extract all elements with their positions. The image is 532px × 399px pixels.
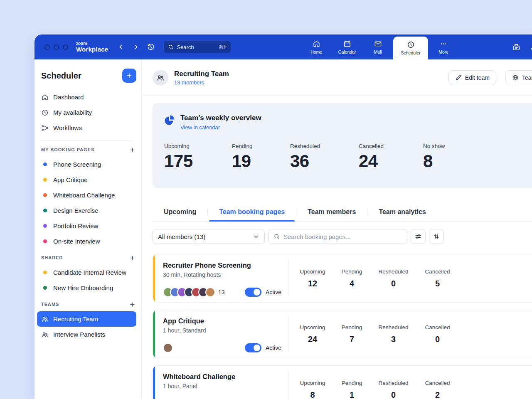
nav-more-label: More — [438, 49, 448, 54]
members-dropdown[interactable]: All members (13) — [153, 229, 265, 244]
nav-mail[interactable]: Mail — [362, 34, 393, 59]
divider — [41, 140, 132, 141]
forward-button[interactable] — [131, 42, 140, 52]
sidebar-item-my-availability[interactable]: My availability — [37, 105, 136, 120]
sidebar-item-portfolio-review[interactable]: Portfolio Review — [37, 218, 136, 234]
sidebar-item-label: App Critique — [53, 176, 88, 183]
card-stat-pending: Pending 4 — [332, 268, 371, 288]
stat-label: Upcoming — [293, 380, 332, 386]
nav-more[interactable]: More — [428, 34, 459, 59]
sidebar-item-label: New Hire Onboarding — [53, 284, 113, 291]
members-link[interactable]: 13 members — [174, 79, 229, 86]
content-tabs: Upcoming Team booking pages Team members… — [153, 203, 532, 222]
filter-button[interactable] — [411, 229, 426, 244]
view-in-calendar-link[interactable]: View in calendar — [180, 124, 261, 131]
sidebar-item-new-hire-onboarding[interactable]: New Hire Onboarding — [37, 280, 136, 296]
stat-pending: Pending 19 — [232, 143, 290, 171]
nav-scheduler[interactable]: Scheduler — [393, 37, 428, 59]
search-icon — [273, 233, 280, 240]
stat-value: 175 — [164, 151, 232, 171]
card-subtitle: 30 min, Rotating hosts — [163, 271, 281, 278]
window-control-minimize[interactable] — [54, 44, 59, 50]
stat-upcoming: Upcoming 175 — [164, 143, 232, 171]
pencil-icon — [455, 74, 462, 81]
stat-resheduled: Resheduled 36 — [290, 143, 359, 171]
card-stat-pending: Pending 7 — [332, 324, 371, 344]
add-team-button[interactable] — [128, 300, 136, 308]
history-button[interactable] — [146, 42, 155, 52]
ellipsis-icon — [440, 40, 448, 48]
stat-label: Resheduled — [290, 143, 359, 149]
card-stat-upcoming: Upcoming 24 — [293, 324, 332, 344]
add-shared-button[interactable] — [128, 254, 136, 262]
sidebar-item-workflows[interactable]: Workflows — [37, 120, 136, 135]
sidebar-item-label: On-site Interview — [53, 238, 100, 245]
members-dropdown-value: All members (13) — [158, 233, 205, 240]
sidebar-item-interview-panelists[interactable]: Interview Panelists — [37, 327, 136, 342]
stat-label: Pending — [232, 143, 290, 149]
window-controls — [44, 44, 68, 50]
card-stats: Upcoming 8 Pending 1 Resheduled 0 — [288, 366, 459, 399]
add-booking-page-button[interactable] — [128, 145, 136, 154]
chevron-down-icon — [253, 233, 259, 240]
card-stat-cancelled: Cancelled 5 — [416, 268, 459, 288]
top-bar: zoom Workplace Search ⌘F Home Calendar — [34, 34, 532, 59]
booking-card-whiteboard-challenge[interactable]: Whiteboard Challenge 1 hour, Panel Upcom… — [153, 365, 532, 399]
window-control-close[interactable] — [44, 44, 50, 50]
stat-label: Pending — [332, 324, 371, 330]
history-clock-icon — [147, 43, 155, 51]
top-right-icons: A — [512, 43, 532, 52]
card-subtitle: 1 hour, Panel — [163, 383, 281, 389]
sidebar-item-app-critique[interactable]: App Critique — [37, 172, 136, 187]
nav-mail-label: Mail — [374, 49, 382, 54]
team-people-icon — [156, 74, 165, 82]
booking-card-app-critique[interactable]: App Critique 1 hour, Standard Active — [153, 310, 532, 358]
sidebar-item-label: Candidate Internal Review — [53, 269, 126, 276]
nav-calendar[interactable]: Calendar — [332, 34, 362, 59]
sidebar-item-onsite-interview[interactable]: On-site Interview — [37, 234, 136, 249]
booking-search-input[interactable] — [283, 233, 402, 240]
sidebar-item-candidate-internal-review[interactable]: Candidate Internal Review — [37, 265, 136, 280]
edit-team-button[interactable]: Edit team — [448, 70, 496, 85]
sidebar-item-recruiting-team[interactable]: Recruiting Team — [37, 311, 136, 327]
sort-button[interactable] — [429, 229, 444, 244]
stat-label: Cancelled — [416, 268, 459, 275]
globe-icon — [512, 74, 519, 81]
sidebar-item-label: Dashboard — [53, 94, 84, 101]
stat-cancelled: Cancelled 24 — [359, 143, 423, 171]
tab-team-booking-pages[interactable]: Team booking pages — [208, 203, 296, 221]
sidebar-item-design-exercise[interactable]: Design Exercise — [37, 203, 136, 218]
back-button[interactable] — [116, 42, 126, 52]
active-toggle[interactable] — [245, 343, 261, 352]
team-page-button[interactable]: Team p — [505, 70, 532, 85]
sidebar-item-label: Design Exercise — [53, 207, 98, 214]
color-dot-icon — [41, 161, 49, 168]
sidebar-item-whiteboard-challenge[interactable]: Whiteboard Challenge — [37, 187, 136, 203]
window-control-maximize[interactable] — [63, 44, 68, 50]
create-new-button[interactable] — [122, 69, 136, 83]
sidebar-item-phone-screening[interactable]: Phone Screening — [37, 157, 136, 172]
stat-value: 5 — [416, 279, 459, 288]
sidebar-item-label: My availability — [53, 109, 92, 116]
active-toggle[interactable] — [245, 288, 261, 297]
stat-value: 2 — [416, 390, 459, 399]
card-stats: Upcoming 24 Pending 7 Resheduled 3 — [288, 310, 459, 358]
team-page-label: Team p — [522, 74, 532, 81]
stat-value: 12 — [293, 279, 332, 288]
plus-icon — [126, 72, 133, 79]
dashboard-icon — [41, 94, 49, 101]
global-search[interactable]: Search ⌘F — [164, 41, 231, 53]
nav-home[interactable]: Home — [301, 34, 332, 59]
tab-team-analytics[interactable]: Team analytics — [367, 203, 437, 221]
sidebar-item-dashboard[interactable]: Dashboard — [37, 89, 136, 105]
overview-title: Team’s weekly overview — [180, 114, 261, 122]
phone-icon[interactable] — [512, 43, 521, 52]
color-dot-icon — [41, 192, 49, 199]
nav-calendar-label: Calendar — [338, 49, 356, 54]
booking-card-recruiter-phone-screening[interactable]: Recruiter Phone Screening 30 min, Rotati… — [153, 254, 532, 303]
color-dot-icon — [41, 269, 49, 276]
app-window: zoom Workplace Search ⌘F Home Calendar — [34, 34, 532, 399]
tab-team-members[interactable]: Team members — [296, 203, 367, 221]
stat-label: Cancelled — [416, 380, 459, 386]
tab-upcoming[interactable]: Upcoming — [153, 203, 207, 221]
